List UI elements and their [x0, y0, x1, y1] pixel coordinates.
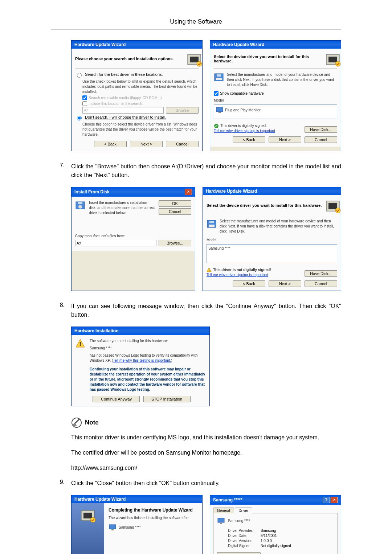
back-button[interactable]: < Back — [233, 280, 265, 287]
svg-rect-1 — [190, 57, 199, 62]
value-date: 9/11/2001 — [261, 534, 277, 538]
header-divider — [51, 29, 341, 29]
dialog-titlebar: Hardware Update Wizard — [203, 187, 341, 195]
chip-icon — [324, 52, 337, 65]
instruction-text: Select the manufacturer and model of you… — [220, 219, 337, 234]
svg-rect-4 — [328, 57, 337, 62]
svg-point-17 — [335, 208, 340, 213]
dialog-titlebar: Hardware Update Wizard — [72, 495, 202, 503]
device-name: Samsung **** — [119, 525, 141, 530]
svg-point-13 — [78, 205, 82, 209]
model-list[interactable]: Plug and Play Monitor — [214, 104, 337, 119]
hw-device-name: Samsung **** — [90, 346, 206, 351]
checkbox-show-compatible[interactable]: Show compatible hardware — [214, 91, 337, 96]
page-title: Using the Software — [0, 0, 392, 29]
model-header: Model — [214, 98, 337, 103]
logo-testing-link[interactable]: Tell me why this testing is important. — [113, 358, 171, 362]
value-signer: Not digitally signed — [261, 544, 291, 548]
label-signer: Digital Signer: — [228, 544, 261, 548]
svg-rect-16 — [328, 203, 337, 209]
instruction-text: Select the manufacturer and model of you… — [227, 72, 337, 87]
stop-installation-button[interactable]: STOP Installation — [143, 396, 191, 402]
instruction-text: Insert the manufacturer's installation d… — [89, 200, 155, 216]
dialog-title-text: Hardware Update Wizard — [213, 42, 264, 47]
hw-warning-text: Continuing your installation of this sof… — [90, 367, 206, 392]
svg-rect-31 — [220, 523, 222, 524]
dialog-titlebar: Hardware Update Wizard — [210, 41, 341, 49]
dialog-heading: Please choose your search and installati… — [75, 57, 173, 61]
help-icon[interactable]: ? — [323, 497, 330, 503]
checkbox-include-location[interactable]: Include this location in the search: — [82, 101, 199, 106]
tab-driver[interactable]: Driver — [235, 508, 253, 513]
cancel-button[interactable]: Cancel — [305, 136, 337, 143]
cert-icon — [214, 123, 219, 128]
wizard-heading: Completing the Hardware Update Wizard — [109, 508, 198, 513]
dialog-title-text: Hardware Update Wizard — [206, 189, 257, 194]
browse-button[interactable]: Browse... — [159, 240, 191, 246]
tab-general[interactable]: General — [213, 508, 234, 513]
svg-point-2 — [197, 61, 202, 66]
signed-text: This driver is digitally signed. — [220, 123, 267, 128]
model-header: Model — [207, 238, 337, 243]
driver-details-button[interactable]: Driver Details... — [217, 552, 261, 554]
dialog-title-text: Hardware Update Wizard — [74, 42, 126, 47]
driver-signing-link[interactable]: Tell me why driver signing is important — [207, 273, 268, 277]
wizard-subtext: The wizard has finished installing the s… — [109, 516, 198, 521]
svg-rect-29 — [111, 529, 114, 530]
dialog-install-from-disk: Install From Disk× Insert the manufactur… — [71, 187, 195, 291]
svg-text:!: ! — [79, 341, 81, 347]
driver-signing-link[interactable]: Tell me why driver signing is important — [214, 129, 275, 133]
ok-button[interactable]: OK — [159, 200, 191, 207]
model-item[interactable]: Plug and Play Monitor — [225, 108, 261, 113]
model-item[interactable]: Samsung **** — [208, 246, 230, 250]
step-number: 9. — [51, 479, 71, 488]
continue-anyway-button[interactable]: Continue Anyway — [93, 396, 140, 402]
svg-rect-14 — [78, 202, 82, 204]
dialog-select-driver-2: Hardware Update Wizard Select the device… — [203, 187, 341, 291]
location-path-input[interactable] — [82, 107, 164, 114]
svg-rect-28 — [109, 525, 116, 529]
radio-search-best[interactable]: Search for the best driver in these loca… — [75, 72, 199, 78]
svg-rect-24 — [72, 423, 77, 427]
note-paragraph-2: The certified driver will be posted on S… — [71, 448, 341, 457]
have-disk-button[interactable]: Have Disk... — [305, 126, 337, 133]
browse-button[interactable]: Browse — [166, 107, 199, 114]
next-button[interactable]: Next > — [269, 280, 301, 287]
note-url: http://www.samsung.com/ — [71, 464, 341, 472]
dialog-title-text: Hardware Installation — [74, 328, 118, 333]
dialog-titlebar: Hardware Update Wizard — [72, 41, 202, 49]
close-icon[interactable]: × — [331, 497, 338, 503]
checkbox-removable-media[interactable]: Search removable media (floppy, CD-ROM..… — [82, 95, 199, 100]
cancel-button[interactable]: Cancel — [166, 141, 199, 147]
back-button[interactable]: < Back — [233, 136, 265, 143]
close-icon[interactable]: × — [185, 189, 192, 195]
hw-line1: The software you are installing for this… — [90, 338, 206, 344]
note-label: Note — [85, 419, 99, 426]
hw-line3: has not passed Windows Logo testing to v… — [90, 353, 206, 363]
radio-dont-search[interactable]: Don't search. I will choose the driver t… — [75, 115, 199, 120]
chip-icon — [324, 199, 337, 212]
chip-icon — [185, 52, 199, 65]
dialog-title-text: Samsung ***** — [213, 497, 242, 502]
step-number: 7. — [51, 162, 71, 180]
chip-icon — [79, 508, 97, 523]
monitor-icon — [216, 106, 224, 114]
svg-rect-7 — [217, 74, 221, 77]
path-input[interactable] — [75, 240, 156, 246]
cancel-button[interactable]: Cancel — [305, 280, 337, 287]
svg-rect-9 — [216, 107, 223, 112]
model-list[interactable]: Samsung **** — [207, 244, 337, 263]
value-provider: Samsung — [261, 529, 276, 533]
dialog-search-options: Hardware Update Wizard Please choose you… — [71, 40, 203, 151]
label-provider: Driver Provider: — [228, 529, 261, 533]
next-button[interactable]: Next > — [269, 136, 301, 143]
next-button[interactable]: Next > — [130, 141, 163, 147]
have-disk-button[interactable]: Have Disk... — [305, 270, 337, 277]
svg-point-27 — [90, 517, 95, 522]
cancel-button[interactable]: Cancel — [159, 208, 191, 215]
disk-icon — [214, 72, 224, 82]
wizard-sidebar — [72, 503, 104, 554]
back-button[interactable]: < Back — [94, 141, 127, 147]
svg-point-5 — [335, 61, 340, 66]
svg-text:!: ! — [209, 268, 210, 272]
